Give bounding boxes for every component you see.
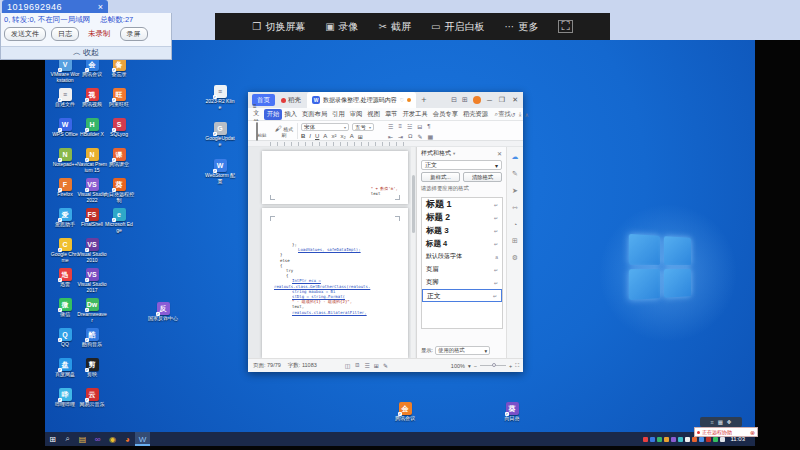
desktop-icon[interactable]: 剪↗剪映	[77, 358, 107, 378]
para-format-icon-3[interactable]: ⊟	[417, 123, 422, 130]
style-item[interactable]: 标题 4↵	[422, 237, 502, 250]
remote-mini-toolbar[interactable]: ⌗▦✥	[700, 417, 742, 427]
style-item[interactable]: 页脚↵	[422, 276, 502, 289]
desktop-icon[interactable]: 视↗腾讯视频	[77, 88, 107, 108]
char-format-icon-0[interactable]: B	[301, 133, 305, 140]
menu-引用[interactable]: 引用	[330, 109, 348, 120]
chrome[interactable]: ◉	[105, 432, 120, 446]
firefox[interactable]: ◕	[120, 432, 135, 446]
desktop-icon[interactable]: V↗VMware Workstation	[50, 58, 80, 83]
desktop-icon[interactable]: 迅↗迅雷	[50, 268, 80, 288]
desktop-icon[interactable]: 微↗微信	[50, 298, 80, 318]
wps-document-tab[interactable]: W 数据录像整理,处理源码内容 ♡	[307, 92, 416, 108]
fullscreen-icon[interactable]: ⛶	[515, 362, 519, 369]
overlay-icon-2[interactable]: ✥	[727, 419, 732, 425]
find-button[interactable]: ⌕查找	[495, 110, 511, 119]
maximize-button[interactable]: ❐	[498, 96, 506, 104]
desktop-icon[interactable]: FS↗FinalShell	[77, 208, 107, 228]
font-size-select[interactable]: 五号▾	[352, 123, 374, 131]
view-mode-icon-0[interactable]: ◫	[345, 362, 351, 369]
session-tab[interactable]: 1019692946 ×	[2, 0, 108, 13]
tray-icon-1[interactable]	[650, 437, 655, 442]
desktop-icon[interactable]: ≡↗自述文件	[50, 88, 80, 108]
menu-视图[interactable]: 视图	[365, 109, 383, 120]
style-item[interactable]: 默认段落字体a	[422, 250, 502, 263]
menubar-icon-1[interactable]: ⤓	[519, 111, 522, 118]
view-mode-icon-2[interactable]: ☰	[364, 362, 369, 369]
visual-studio[interactable]: ∞	[90, 432, 105, 446]
desktop-icon[interactable]: VS↗Visual Studio 2022	[77, 178, 107, 203]
tray-icon-5[interactable]	[678, 437, 683, 442]
para-format-icon-2[interactable]: ☱	[407, 123, 412, 130]
show-format-select[interactable]: 使用的格式 ▾	[435, 346, 490, 355]
style-item[interactable]: 正文↵	[422, 289, 502, 302]
more-button[interactable]: ⋯更多	[504, 20, 538, 34]
desktop-icon[interactable]: H↗HBuilder X	[77, 118, 107, 138]
close-banner-icon[interactable]: ⊗	[750, 429, 755, 436]
char-format-icon-4[interactable]: x²	[331, 133, 336, 140]
desktop-icon[interactable]: 旺↗阿里旺旺	[104, 88, 134, 108]
tray-icon-11[interactable]	[720, 437, 725, 442]
menubar-icon-0[interactable]: ↺	[511, 111, 516, 118]
char-format-icon-1[interactable]: I	[309, 133, 311, 140]
screenshot-button[interactable]: ✂截屏	[379, 20, 411, 34]
view-mode-icon-4[interactable]: ✎	[383, 362, 388, 369]
desktop-icon[interactable]: N↗Notepad++	[50, 148, 80, 168]
char-format-icon-5[interactable]: x₂	[340, 133, 345, 140]
search-button[interactable]: ⌕	[60, 432, 75, 446]
desktop-icon[interactable]: e↗Microsoft Edge	[104, 208, 134, 233]
desktop-icon[interactable]: Dw↗Dreamweaver	[77, 298, 107, 323]
para-format-icon-1[interactable]: ≡	[398, 123, 402, 130]
layout-icon[interactable]: ⊟	[451, 96, 457, 104]
para-format-icon-0[interactable]: ☰	[388, 123, 393, 130]
menu-审阅[interactable]: 审阅	[347, 109, 365, 120]
view-mode-icon-3[interactable]: ⊞	[374, 362, 379, 369]
style-item[interactable]: 标题 2↵	[422, 211, 502, 224]
document-page[interactable]: " + 数值'm',text	[262, 151, 408, 204]
log-button[interactable]: 日志	[51, 27, 79, 41]
desktop-icon[interactable]: 盘↗百度网盘	[50, 358, 80, 378]
tray-icon-6[interactable]	[685, 437, 690, 442]
desktop-icon[interactable]: Q↗QQ	[50, 328, 80, 348]
close-session-icon[interactable]: ×	[98, 2, 103, 12]
favorite-icon[interactable]: ♡	[400, 97, 404, 103]
desktop-icon[interactable]: VS↗Visual Studio 2010	[77, 238, 107, 263]
file-explorer[interactable]: ▤	[75, 432, 90, 446]
desktop-icon[interactable]: F↗Firefox	[50, 178, 80, 198]
minimize-button[interactable]: ─	[486, 97, 493, 104]
tray-icon-2[interactable]	[657, 437, 662, 442]
chevron-down-icon[interactable]: ▾	[453, 151, 455, 156]
settings-icon[interactable]: ⚙	[512, 254, 518, 262]
close-button[interactable]: ✕	[511, 96, 519, 104]
fit-width-icon[interactable]: ⇿	[512, 204, 518, 212]
desktop-icon[interactable]: 哔↗哔哩哔哩	[50, 388, 80, 408]
desktop-icon[interactable]: W↗WebStorm 配置	[205, 159, 235, 184]
tray-icon-3[interactable]	[664, 437, 669, 442]
format-brush-button[interactable]: 🖌 格式刷	[274, 125, 294, 138]
char-format-icon-6[interactable]: A	[350, 133, 354, 140]
zoom-out-button[interactable]: −	[474, 363, 477, 369]
desktop-icon[interactable]: 会↗腾讯会议	[390, 402, 420, 422]
char-format-icon-2[interactable]: U	[315, 133, 319, 140]
menu-开始[interactable]: 开始	[264, 109, 282, 120]
desktop-icon[interactable]: W↗WPS Office	[50, 118, 80, 138]
apps-icon[interactable]: ⊞	[512, 237, 518, 245]
desktop-icon[interactable]: 葵↗向日葵	[497, 402, 527, 422]
zoom-level[interactable]: 100%	[451, 363, 465, 369]
menu-插入[interactable]: 插入	[282, 109, 300, 120]
tray-icon-4[interactable]	[671, 437, 676, 442]
wps-docer-tab[interactable]: 稻壳	[281, 96, 301, 105]
send-file-button[interactable]: 发送文件	[4, 27, 46, 41]
fullscreen-button[interactable]: ⛶	[558, 20, 572, 33]
whiteboard-button[interactable]: ▭开启白板	[431, 20, 484, 34]
style-item[interactable]: 页眉↵	[422, 263, 502, 276]
menu-章节[interactable]: 章节	[382, 109, 400, 120]
desktop-icon[interactable]: 课↗腾讯课堂	[104, 148, 134, 168]
para-format-icon-b0[interactable]: ⇤	[388, 133, 393, 140]
current-style-select[interactable]: 正文 ▾	[421, 160, 502, 170]
close-panel-icon[interactable]: ✕	[497, 150, 502, 157]
desktop-icon[interactable]: 葵↗向日葵远程控制	[104, 178, 134, 203]
clear-format-button[interactable]: 清除格式	[463, 172, 502, 182]
menu-页面布局[interactable]: 页面布局	[299, 109, 329, 120]
para-format-icon-b2[interactable]: Ω	[408, 133, 413, 140]
